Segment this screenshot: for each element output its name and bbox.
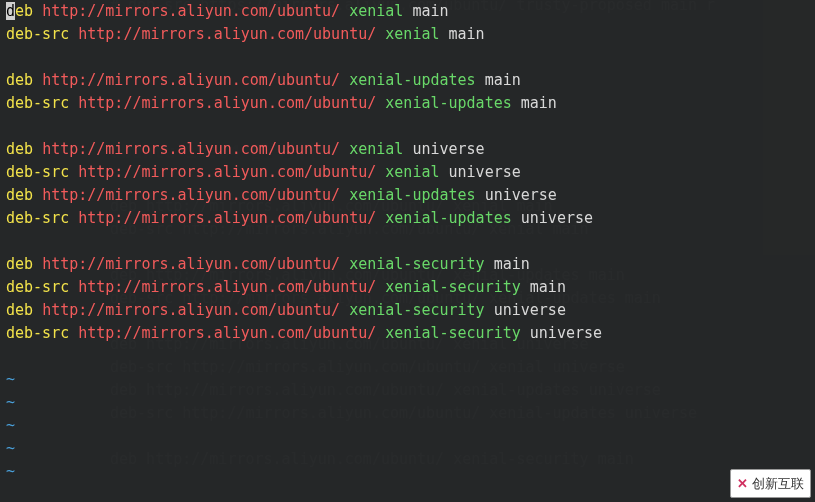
editor-line[interactable]: deb-src http://mirrors.aliyun.com/ubuntu… [6,23,809,46]
component: universe [412,140,484,158]
editor-line[interactable] [6,115,809,138]
editor-line[interactable]: deb-src http://mirrors.aliyun.com/ubuntu… [6,92,809,115]
dist-type: deb [6,186,33,204]
component: universe [494,301,566,319]
component: universe [530,324,602,342]
editor-line[interactable]: ~ [6,437,809,460]
dist-type: deb-src [6,94,69,112]
repo-url: http://mirrors.aliyun.com/ubuntu/ [78,209,376,227]
dist-type: deb [6,71,33,89]
dist-type: deb-src [6,25,69,43]
component: main [412,2,448,20]
editor-line[interactable]: ~ [6,414,809,437]
screenshot-root: # deb-src https://mirrors.aliyun.com/ubu… [0,0,815,502]
editor-line[interactable] [6,230,809,253]
watermark: ✕ 创新互联 [730,469,811,498]
tilde-marker: ~ [6,370,15,388]
suite: xenial [385,163,439,181]
editor-line[interactable]: ~ [6,391,809,414]
suite: xenial-updates [349,71,475,89]
dist-type: eb [15,2,33,20]
component: main [485,71,521,89]
component: main [530,278,566,296]
repo-url: http://mirrors.aliyun.com/ubuntu/ [42,140,340,158]
repo-url: http://mirrors.aliyun.com/ubuntu/ [42,2,340,20]
editor-line[interactable]: ~ [6,368,809,391]
suite: xenial [349,140,403,158]
suite: xenial-security [385,278,520,296]
component: main [494,255,530,273]
component: main [521,94,557,112]
component: universe [485,186,557,204]
tilde-marker: ~ [6,462,15,480]
suite: xenial-updates [385,94,511,112]
editor-line[interactable] [6,46,809,69]
repo-url: http://mirrors.aliyun.com/ubuntu/ [78,278,376,296]
editor-line[interactable]: deb http://mirrors.aliyun.com/ubuntu/ xe… [6,0,809,23]
editor-line[interactable]: deb http://mirrors.aliyun.com/ubuntu/ xe… [6,138,809,161]
repo-url: http://mirrors.aliyun.com/ubuntu/ [42,255,340,273]
cursor: d [6,2,15,20]
suite: xenial [385,25,439,43]
editor-line[interactable]: deb-src http://mirrors.aliyun.com/ubuntu… [6,161,809,184]
editor-line[interactable]: deb http://mirrors.aliyun.com/ubuntu/ xe… [6,69,809,92]
component: universe [449,163,521,181]
repo-url: http://mirrors.aliyun.com/ubuntu/ [42,186,340,204]
repo-url: http://mirrors.aliyun.com/ubuntu/ [78,324,376,342]
dist-type: deb-src [6,278,69,296]
dist-type: deb [6,140,33,158]
editor-line[interactable]: deb-src http://mirrors.aliyun.com/ubuntu… [6,207,809,230]
suite: xenial [349,2,403,20]
dist-type: deb-src [6,209,69,227]
repo-url: http://mirrors.aliyun.com/ubuntu/ [78,94,376,112]
terminal-editor[interactable]: deb http://mirrors.aliyun.com/ubuntu/ xe… [0,0,815,502]
editor-line[interactable]: deb-src http://mirrors.aliyun.com/ubuntu… [6,322,809,345]
suite: xenial-security [349,301,484,319]
dist-type: deb-src [6,324,69,342]
component: universe [521,209,593,227]
tilde-marker: ~ [6,416,15,434]
tilde-marker: ~ [6,393,15,411]
suite: xenial-security [349,255,484,273]
watermark-text: 创新互联 [752,476,804,491]
repo-url: http://mirrors.aliyun.com/ubuntu/ [42,71,340,89]
component: main [449,25,485,43]
editor-line[interactable] [6,345,809,368]
suite: xenial-updates [385,209,511,227]
dist-type: deb [6,301,33,319]
editor-line[interactable]: deb-src http://mirrors.aliyun.com/ubuntu… [6,276,809,299]
editor-line[interactable]: deb http://mirrors.aliyun.com/ubuntu/ xe… [6,253,809,276]
editor-line[interactable]: deb http://mirrors.aliyun.com/ubuntu/ xe… [6,299,809,322]
editor-line[interactable]: ~ [6,460,809,483]
suite: xenial-updates [349,186,475,204]
repo-url: http://mirrors.aliyun.com/ubuntu/ [42,301,340,319]
dist-type: deb [6,255,33,273]
tilde-marker: ~ [6,439,15,457]
repo-url: http://mirrors.aliyun.com/ubuntu/ [78,25,376,43]
repo-url: http://mirrors.aliyun.com/ubuntu/ [78,163,376,181]
dist-type: deb-src [6,163,69,181]
watermark-logo-icon: ✕ [737,476,748,491]
editor-line[interactable]: deb http://mirrors.aliyun.com/ubuntu/ xe… [6,184,809,207]
suite: xenial-security [385,324,520,342]
